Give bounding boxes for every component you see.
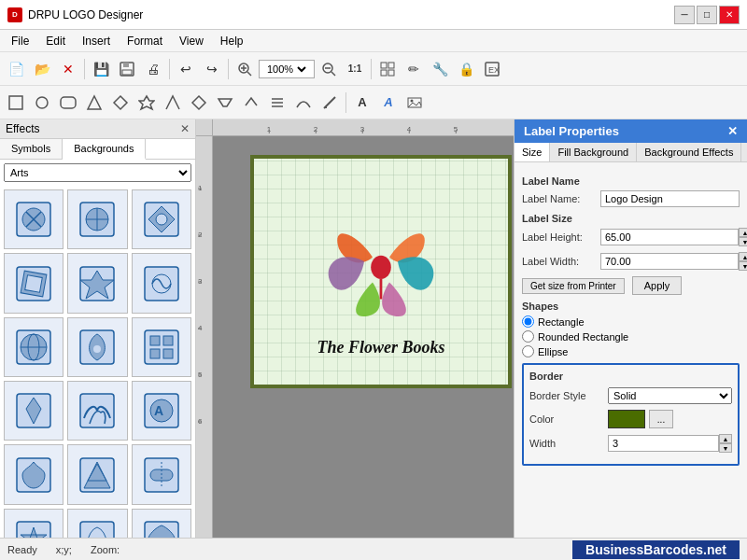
symbol-item[interactable] <box>132 509 191 538</box>
zoom-select[interactable]: 100% 75% 50% 150% <box>263 63 309 76</box>
zoom-out-button[interactable] <box>317 57 341 81</box>
label-width-input[interactable] <box>600 253 739 270</box>
menu-help[interactable]: Help <box>213 33 251 49</box>
minimize-button[interactable]: ─ <box>674 6 695 24</box>
export-button[interactable]: EX <box>480 57 504 81</box>
symbol-item[interactable] <box>132 444 191 504</box>
svg-point-43 <box>93 345 101 353</box>
category-dropdown[interactable]: Arts Nature Business Patterns <box>4 163 191 182</box>
canvas-background: The Flower Books <box>254 159 508 385</box>
symbol-item[interactable] <box>67 509 127 538</box>
tab-fill-background[interactable]: Fill Background <box>550 143 637 161</box>
border-width-input[interactable] <box>608 435 719 452</box>
ellipse-radio[interactable] <box>522 345 534 357</box>
rounded-rectangle-radio[interactable] <box>522 330 534 343</box>
text-button[interactable]: A <box>350 91 374 115</box>
ruler-tick: 3 <box>198 277 202 286</box>
color-picker-button[interactable]: ... <box>649 410 673 428</box>
ruler-tick: 2 <box>314 125 317 133</box>
curve-button[interactable] <box>291 91 316 115</box>
menu-file[interactable]: File <box>4 33 36 49</box>
tool2-button[interactable] <box>30 91 54 115</box>
svg-marker-22 <box>192 96 205 109</box>
border-width-up-button[interactable]: ▲ <box>719 434 732 443</box>
pencil-button[interactable] <box>317 91 342 115</box>
zoom-select-box[interactable]: 100% 75% 50% 150% <box>259 60 315 78</box>
border-style-select[interactable]: Solid Dashed Dotted None <box>608 387 732 404</box>
border-width-spinbox: ▲ ▼ <box>608 434 732 453</box>
symbol-item[interactable] <box>132 317 191 377</box>
close-doc-button[interactable]: ✕ <box>56 57 80 81</box>
effects-close-button[interactable]: ✕ <box>180 122 190 135</box>
height-up-button[interactable]: ▲ <box>739 228 747 237</box>
grid-button[interactable] <box>375 57 400 81</box>
label-name-input[interactable] <box>600 190 740 207</box>
svg-rect-16 <box>9 96 22 109</box>
image-button[interactable] <box>402 91 427 115</box>
symbol-item[interactable]: A <box>132 381 191 441</box>
symbol-item[interactable] <box>4 381 63 441</box>
symbol-item[interactable] <box>4 253 63 313</box>
save-button[interactable]: 💾 <box>89 57 113 81</box>
symbol-item[interactable] <box>132 189 191 249</box>
tool1-button[interactable] <box>4 91 28 115</box>
close-button[interactable]: ✕ <box>719 6 740 24</box>
border-width-spin-buttons: ▲ ▼ <box>719 434 732 453</box>
new-button[interactable]: 📄 <box>4 57 28 81</box>
wordart-button[interactable]: A <box>376 91 401 115</box>
color-swatch[interactable] <box>608 410 645 428</box>
border-width-down-button[interactable]: ▼ <box>719 443 732 453</box>
svg-rect-13 <box>388 70 394 76</box>
symbol-item[interactable] <box>132 253 191 313</box>
redo-button[interactable]: ↪ <box>200 57 224 81</box>
undo-button[interactable]: ↩ <box>174 57 198 81</box>
tool5-button[interactable] <box>108 91 133 115</box>
actual-size-button[interactable]: 1:1 <box>343 57 367 81</box>
tool4-button[interactable] <box>82 91 106 115</box>
width-up-button[interactable]: ▲ <box>739 252 747 261</box>
get-size-from-printer-button[interactable]: Get size from Printer <box>522 278 625 294</box>
design-canvas[interactable]: The Flower Books <box>250 155 512 388</box>
label-properties-close[interactable]: ✕ <box>727 124 738 138</box>
rectangle-radio[interactable] <box>522 315 534 328</box>
tool6-button[interactable] <box>134 91 159 115</box>
apply-button[interactable]: Apply <box>632 276 683 295</box>
design-canvas-area[interactable]: The Flower Books <box>213 136 514 538</box>
symbol-item[interactable] <box>67 317 127 377</box>
print-button[interactable]: 🖨 <box>141 57 165 81</box>
lock-button[interactable]: 🔒 <box>454 57 478 81</box>
menu-format[interactable]: Format <box>120 33 170 49</box>
settings-button[interactable]: 🔧 <box>428 57 452 81</box>
save-as-button[interactable] <box>115 57 139 81</box>
symbol-item[interactable] <box>4 317 63 377</box>
zoom-in-button[interactable] <box>233 57 257 81</box>
tool7-button[interactable] <box>161 91 185 115</box>
tab-symbols[interactable]: Symbols <box>0 139 63 159</box>
symbol-item[interactable] <box>67 444 127 504</box>
tab-background-effects[interactable]: Background Effects <box>637 143 741 161</box>
tool11-button[interactable] <box>265 91 289 115</box>
tool3-button[interactable] <box>56 91 80 115</box>
label-height-input[interactable] <box>600 229 739 245</box>
symbol-item[interactable] <box>67 253 127 313</box>
edit-button[interactable]: ✏ <box>402 57 426 81</box>
maximize-button[interactable]: □ <box>697 6 717 24</box>
tool9-button[interactable] <box>213 91 237 115</box>
tab-backgrounds[interactable]: Backgrounds <box>63 139 146 160</box>
symbol-item[interactable] <box>4 444 63 504</box>
menu-view[interactable]: View <box>172 33 211 49</box>
menu-insert[interactable]: Insert <box>75 33 118 49</box>
tab-size[interactable]: Size <box>514 143 550 161</box>
symbol-item[interactable] <box>67 189 127 249</box>
svg-point-17 <box>36 97 48 108</box>
symbol-item[interactable] <box>4 509 63 538</box>
width-down-button[interactable]: ▼ <box>739 261 747 271</box>
svg-rect-46 <box>163 336 173 345</box>
tool10-button[interactable] <box>239 91 263 115</box>
open-button[interactable]: 📂 <box>30 57 54 81</box>
height-down-button[interactable]: ▼ <box>739 237 747 246</box>
symbol-item[interactable] <box>67 381 127 441</box>
symbol-item[interactable] <box>4 189 63 249</box>
tool8-button[interactable] <box>187 91 211 115</box>
menu-edit[interactable]: Edit <box>38 33 73 49</box>
